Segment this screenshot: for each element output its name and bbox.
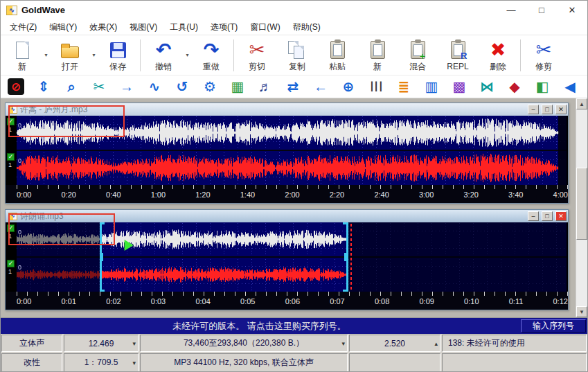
time-tick-label: 0:06 xyxy=(285,297,300,305)
pan-sphere-icon[interactable]: ⊕ xyxy=(340,78,357,95)
window2-title-highlight-box xyxy=(8,213,115,245)
wave-effect-icon[interactable]: ∿ xyxy=(146,78,163,95)
time-tick-label: 0:01 xyxy=(62,297,76,305)
empty-cell-1 xyxy=(349,353,440,372)
menu-window[interactable]: 窗口(W) xyxy=(244,19,286,35)
channel-scale-zero-label: 0 xyxy=(18,158,21,164)
doc-close-button[interactable]: ✕ xyxy=(555,211,567,221)
scroll-track[interactable] xyxy=(576,240,587,306)
license-message-link[interactable]: 未经许可的版本。 请点击这里购买序列号。 xyxy=(1,318,518,334)
cut-button-label: 剪切 xyxy=(249,62,265,71)
channel-2-enabled-checkbox[interactable]: ✓ xyxy=(7,260,15,267)
zoom-ratio-cell-arrow[interactable]: ▾ xyxy=(132,360,136,366)
position-cell-arrow[interactable]: ▾ xyxy=(132,340,136,347)
menu-edit[interactable]: 编辑(Y) xyxy=(43,19,83,35)
paste-button[interactable]: 粘贴 xyxy=(317,37,357,74)
goto-arrow-icon[interactable]: → xyxy=(118,78,135,95)
save-button[interactable]: 保存 xyxy=(98,37,138,74)
toolbar-separator xyxy=(233,39,235,71)
channel-scale-zero-label: 0 xyxy=(18,265,21,271)
scroll-up-button[interactable]: ▲ xyxy=(576,98,587,109)
channel-scale-max-label: 1 xyxy=(8,162,12,168)
menu-effect[interactable]: 效果(X) xyxy=(83,19,123,35)
record-stop-icon[interactable]: ⊘ xyxy=(8,78,24,95)
selection-range-cell-arrow[interactable]: ▾ xyxy=(341,340,345,347)
modified-cell: 改性 xyxy=(1,353,62,372)
mixer-sliders-icon[interactable]: ☰ xyxy=(368,78,384,95)
close-button[interactable]: ✕ xyxy=(557,1,587,19)
delete-button[interactable]: ✖删除 xyxy=(478,37,518,74)
redo-button-label: 重做 xyxy=(203,62,220,71)
undo-dropdown-arrow[interactable]: ▾ xyxy=(184,52,191,58)
back-arrow-icon[interactable]: ← xyxy=(312,78,329,95)
open-dropdown-arrow[interactable]: ▾ xyxy=(90,52,98,58)
status-row-1: 立体声12.469▾73,460至293,840（220,380 B.）▾2.5… xyxy=(1,334,587,353)
swap-arrows-icon[interactable]: ⇄ xyxy=(285,78,301,95)
repl-button-label: REPL xyxy=(447,62,468,71)
connector-icon[interactable]: ◆ xyxy=(506,78,523,95)
menu-file[interactable]: 文件(Z) xyxy=(3,19,43,35)
doc-maximize-button[interactable]: □ xyxy=(542,105,553,114)
menu-option[interactable]: 选项(T) xyxy=(204,19,244,35)
maximize-button[interactable]: □ xyxy=(526,1,557,19)
time-tick-label: 0:12 xyxy=(553,297,567,305)
undo-button[interactable]: ↶撤销 xyxy=(143,37,184,74)
channel-2-enabled-checkbox[interactable]: ✓ xyxy=(7,153,15,161)
repl-button[interactable]: RREPL xyxy=(438,37,478,74)
paste-new-button[interactable]: 新 xyxy=(357,37,398,74)
menu-tool[interactable]: 工具(U) xyxy=(163,19,204,35)
paste-button-label: 粘贴 xyxy=(329,62,346,71)
layered-bars-icon[interactable]: ≣ xyxy=(395,78,412,95)
new-button[interactable]: 新 xyxy=(2,37,42,74)
small-cut-icon[interactable]: ✂ xyxy=(91,78,107,95)
selection-length-cell[interactable]: 2.520▴ xyxy=(349,335,440,352)
mdi-vertical-scrollbar[interactable]: ▲ ▼ xyxy=(576,98,587,317)
spectrum-grid-icon[interactable]: ▩ xyxy=(451,78,467,95)
goldwave-window: ∿ GoldWave — □ ✕ 文件(Z)编辑(Y)效果(X)视图(V)工具(… xyxy=(0,0,588,372)
copy-button[interactable]: 复制 xyxy=(277,37,317,74)
position-cell[interactable]: 12.469▾ xyxy=(64,335,139,352)
selection-range-cell[interactable]: 73,460至293,840（220,380 B.）▾ xyxy=(140,335,348,352)
menu-view[interactable]: 视图(V) xyxy=(123,19,163,35)
doc-minimize-button[interactable]: – xyxy=(528,211,539,221)
save-button-label: 保存 xyxy=(109,62,126,71)
color-slider-icon[interactable]: ◧ xyxy=(534,78,551,95)
prev-arrow-icon[interactable]: ◀ xyxy=(562,78,578,95)
undo-arrow-icon: ↶ xyxy=(156,39,172,60)
settings-gear-icon[interactable]: ⚙ xyxy=(202,78,218,95)
converge-arrows-icon[interactable]: ⋈ xyxy=(479,78,495,95)
redo-button[interactable]: ↷重做 xyxy=(191,37,231,74)
scroll-down-button[interactable]: ▼ xyxy=(576,306,587,317)
position-cell-text: 12.469 xyxy=(89,339,114,348)
mix-button[interactable]: ＋混合 xyxy=(398,37,438,74)
menu-help[interactable]: 帮助(S) xyxy=(287,19,327,35)
doc-minimize-button[interactable]: – xyxy=(528,105,539,114)
doc-close-button[interactable]: ✕ xyxy=(555,105,567,114)
loop-undo-icon[interactable]: ↺ xyxy=(174,78,190,95)
expand-vertical-icon[interactable]: ⇕ xyxy=(35,78,52,95)
time-tick-label: 4:00 xyxy=(553,191,568,199)
time-labels: 0:000:010:020:030:040:050:060:070:080:09… xyxy=(17,296,568,305)
open-button[interactable]: 打开 xyxy=(50,37,90,74)
titlebar[interactable]: ∿ GoldWave — □ ✕ xyxy=(1,1,587,19)
enter-serial-button[interactable]: 输入序列号 xyxy=(521,319,586,333)
trim-button[interactable]: ✂修剪 xyxy=(524,37,564,74)
selection-length-cell-arrow[interactable]: ▴ xyxy=(434,340,438,347)
notation-chart-icon[interactable]: ♬ xyxy=(257,78,274,95)
barrel-icon[interactable]: ▥ xyxy=(423,78,440,95)
color-grid-icon[interactable]: ▦ xyxy=(229,78,246,95)
channel-scale-max-label: 1 xyxy=(8,269,12,275)
zoom-magnifier-icon[interactable]: ⌕ xyxy=(63,78,80,95)
minimize-button[interactable]: — xyxy=(496,1,526,19)
window-controls: — □ ✕ xyxy=(496,1,587,19)
delete-x-icon: ✖ xyxy=(490,39,506,60)
zoom-ratio-cell[interactable]: 1：709.5▾ xyxy=(64,353,139,372)
format-info-cell-text: MP3 44100 Hz, 320 kbps, 联合立体声 xyxy=(174,357,313,369)
license-status-cell-text: 138: 未经许可的使用 xyxy=(448,337,525,349)
doc-maximize-button[interactable]: □ xyxy=(542,211,553,221)
time-tick-label: 1:00 xyxy=(151,191,166,199)
new-dropdown-arrow[interactable]: ▾ xyxy=(42,52,50,58)
cut-button[interactable]: ✂剪切 xyxy=(237,37,277,74)
effects-toolbar: ⊘⇕⌕✂→∿↺⚙▦♬⇄←⊕☰≣▥▩⋈◆◧◀ xyxy=(1,76,587,98)
scroll-thumb[interactable] xyxy=(576,168,587,240)
